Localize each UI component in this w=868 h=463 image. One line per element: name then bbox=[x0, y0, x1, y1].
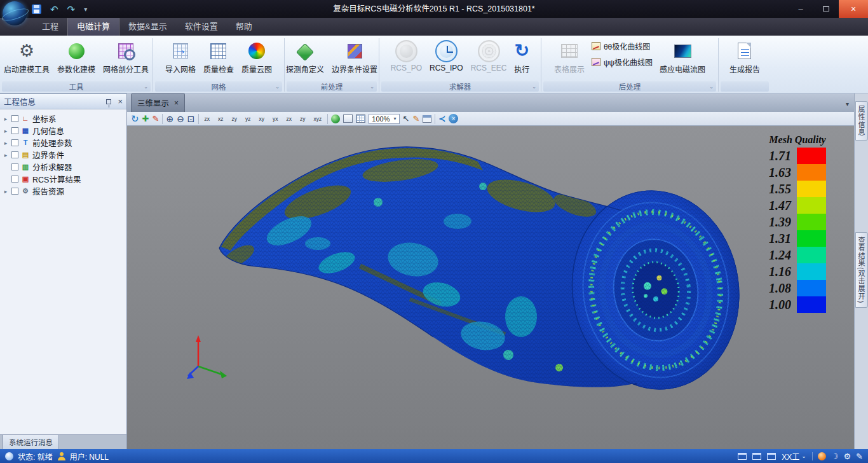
quality-check-icon bbox=[210, 43, 226, 59]
window-layout-icon[interactable] bbox=[423, 115, 431, 123]
checkbox[interactable] bbox=[11, 151, 18, 158]
qat-caret-icon[interactable]: ▾ bbox=[84, 6, 87, 13]
view-orientation-button[interactable]: yx bbox=[270, 114, 281, 124]
zoom-out-icon[interactable]: ⊖ bbox=[177, 114, 184, 123]
tree-item-report-resources[interactable]: ▸ ⚙ 报告资源 bbox=[3, 185, 126, 197]
system-messages-tab[interactable]: 系统运行消息 bbox=[3, 435, 59, 450]
view-orientation-button[interactable]: xz bbox=[215, 114, 226, 124]
maximize-button[interactable] bbox=[813, 0, 839, 18]
tab-software-settings[interactable]: 软件设置 bbox=[176, 17, 227, 36]
property-info-vertical-tab[interactable]: 属性信息 bbox=[855, 101, 868, 141]
settings-gear-icon[interactable]: ⚙ bbox=[843, 452, 851, 460]
status-text: 状态: 就绪 bbox=[18, 451, 53, 462]
layout-pane-icon[interactable] bbox=[767, 453, 776, 460]
generate-report-button[interactable]: 生成报告 bbox=[726, 38, 763, 76]
tab-data-display[interactable]: 数据&显示 bbox=[119, 17, 176, 36]
close-button[interactable]: × bbox=[839, 0, 868, 18]
layout-pane-icon[interactable] bbox=[738, 453, 747, 460]
view-orientation-button[interactable]: yz bbox=[243, 114, 254, 124]
tab-em-computation[interactable]: 电磁计算 bbox=[67, 17, 119, 36]
import-mesh-button[interactable]: → 导入网格 bbox=[162, 38, 199, 76]
pin-icon[interactable] bbox=[106, 99, 111, 104]
checkbox[interactable] bbox=[11, 188, 18, 195]
undo-icon[interactable]: ↶ bbox=[50, 4, 58, 14]
status-indicator-icon bbox=[5, 452, 13, 460]
close-view-icon[interactable]: × bbox=[449, 114, 458, 123]
rcs-po-button[interactable]: RCS_PO bbox=[388, 38, 425, 74]
view-orientation-button[interactable]: zx bbox=[202, 114, 213, 124]
tree-item-coordinate-system[interactable]: ▸ ∟ 坐标系 bbox=[3, 113, 126, 125]
wireframe-view-icon[interactable] bbox=[343, 114, 353, 123]
geometry-info-icon: ▦ bbox=[21, 127, 30, 134]
psi-polarization-curve-button[interactable]: ψψ极化曲线图 bbox=[592, 57, 653, 67]
quality-check-button[interactable]: 质量检查 bbox=[200, 38, 237, 76]
checkbox[interactable] bbox=[11, 115, 18, 122]
tree-item-rcs-results[interactable]: ▣ RCS计算结果 bbox=[3, 173, 126, 185]
tree-item-preprocess-params[interactable]: ▸ T 前处理参数 bbox=[3, 137, 126, 149]
layout-pane-icon[interactable] bbox=[752, 453, 761, 460]
view-orientation-button[interactable]: zx bbox=[284, 114, 295, 124]
app-logo-globe-icon[interactable] bbox=[3, 1, 27, 25]
legend-row: 1.00 bbox=[769, 296, 826, 313]
tab-close-icon[interactable]: × bbox=[174, 99, 179, 107]
quality-cloud-button[interactable]: 质量云图 bbox=[238, 38, 275, 76]
redo-icon[interactable]: ↷ bbox=[67, 4, 76, 14]
panel-close-icon[interactable]: × bbox=[118, 97, 123, 106]
execute-button[interactable]: ↻ 执行 bbox=[511, 38, 532, 76]
3d-canvas[interactable]: Mesh Quality 1.71 1.63 1.55 1.47 1.39 1.… bbox=[127, 126, 854, 449]
probe-angle-icon bbox=[296, 43, 314, 60]
tab-help[interactable]: 帮助 bbox=[227, 17, 261, 36]
legend-row: 1.63 bbox=[769, 164, 826, 181]
view-results-vertical-tab[interactable]: 查看结果(双击展开) bbox=[855, 232, 868, 308]
tree-item-analysis-solver[interactable]: ▥ 分析求解器 bbox=[3, 161, 126, 173]
checkbox[interactable] bbox=[11, 163, 18, 170]
minimize-button[interactable]: – bbox=[788, 0, 813, 18]
checkbox[interactable] bbox=[11, 127, 18, 134]
moon-icon[interactable]: ☽ bbox=[831, 452, 839, 460]
report-resources-icon: ⚙ bbox=[21, 188, 30, 195]
doc-tabs-menu-caret-icon[interactable]: ▾ bbox=[846, 100, 849, 107]
pen-tool-icon[interactable]: ✎ bbox=[856, 452, 863, 460]
select-cursor-icon[interactable]: ↖ bbox=[403, 114, 410, 123]
shaded-view-icon[interactable] bbox=[331, 114, 340, 123]
view-orientation-button[interactable]: zy bbox=[229, 114, 240, 124]
ribbon-group-solver: RCS_PO RCS_IPO RCS_EEC ↻ 执行 求解器⌄ bbox=[379, 36, 541, 93]
induced-current-map-button[interactable]: 感应电磁流图 bbox=[656, 38, 709, 76]
rcs-eec-button[interactable]: RCS_EEC bbox=[468, 38, 510, 74]
table-show-button[interactable]: 表格展示 bbox=[551, 38, 588, 76]
title-bar: ↶ ↷ ▾ 复杂目标RCS电磁分析软件2015 R1 - RCS_2015031… bbox=[0, 0, 868, 18]
coordinate-system-icon: ∟ bbox=[21, 115, 30, 122]
checkbox[interactable] bbox=[11, 139, 18, 146]
tab-engineering[interactable]: 工程 bbox=[33, 17, 67, 36]
save-icon[interactable] bbox=[32, 4, 41, 14]
grid-view-icon[interactable] bbox=[356, 114, 365, 123]
mesh-partition-tool-button[interactable]: 网格剖分工具 bbox=[100, 38, 152, 76]
tab-3d-display[interactable]: 三维显示 × bbox=[131, 93, 185, 112]
checkbox[interactable] bbox=[11, 176, 18, 183]
view-orientation-button[interactable]: zy bbox=[297, 114, 308, 124]
zoom-level-dropdown[interactable]: 100%▾ bbox=[369, 114, 399, 124]
boundary-setting-button[interactable]: 边界条件设置 bbox=[329, 38, 381, 76]
tree-item-geometry-info[interactable]: ▸ ▦ 几何信息 bbox=[3, 125, 126, 137]
annotate-pen-icon[interactable]: ✎ bbox=[412, 114, 419, 123]
draw-icon[interactable]: ✎ bbox=[152, 114, 159, 123]
rcs-ipo-button[interactable]: RCS_IPO bbox=[426, 38, 466, 74]
parametric-modeling-button[interactable]: 参数化建模 bbox=[54, 38, 98, 76]
start-modeling-tool-button[interactable]: ⚙ 启动建模工具 bbox=[1, 38, 53, 76]
legend-row: 1.55 bbox=[769, 181, 826, 197]
tree-item-boundary-conditions[interactable]: ▸ ▤ 边界条件 bbox=[3, 149, 126, 161]
ime-label[interactable]: XX工 ⌄ bbox=[782, 451, 806, 462]
legend-swatch bbox=[797, 230, 826, 247]
orbit-icon[interactable]: ↻ bbox=[131, 114, 139, 123]
zoom-in-icon[interactable]: ⊕ bbox=[166, 114, 173, 123]
probe-angle-button[interactable]: 探测角定义 bbox=[283, 38, 327, 76]
boundary-condition-icon bbox=[348, 44, 362, 59]
pan-icon[interactable]: ✚ bbox=[142, 114, 149, 123]
share-icon[interactable]: ≺ bbox=[438, 114, 445, 123]
theta-polarization-curve-button[interactable]: θθ极化曲线图 bbox=[592, 41, 653, 52]
view-orientation-button[interactable]: xyz bbox=[311, 114, 325, 124]
gear-icon: ⚙ bbox=[19, 43, 34, 60]
view-orientation-button[interactable]: xy bbox=[257, 114, 268, 124]
ime-logo-icon[interactable] bbox=[818, 452, 826, 460]
zoom-fit-icon[interactable]: ⊡ bbox=[187, 114, 195, 123]
